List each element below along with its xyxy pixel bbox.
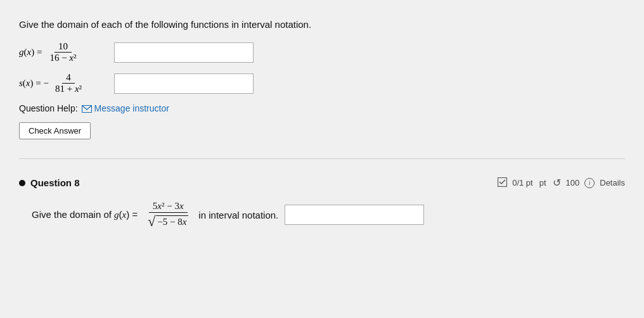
function2-answer-input[interactable] [114, 73, 254, 94]
question-8-meta: 0/1 pt pt ↺ 100 i Details [498, 177, 625, 189]
question-8-math-row: Give the domain of g(x) = 5x² − 3x √ −5 … [32, 200, 625, 229]
message-instructor-text: Message instructor [94, 103, 169, 113]
function2-row: s(x) = − 4 81 + x² [19, 72, 625, 94]
refresh-icon: ↺ [553, 177, 561, 189]
info-icon[interactable]: i [584, 178, 595, 188]
function2-label-text: s(x) = − [19, 78, 49, 89]
question-8-attempts: 100 [566, 178, 580, 188]
function2-numerator: 4 [62, 72, 75, 84]
sqrt-content: −5 − 8x [156, 215, 188, 227]
q8-fraction-numerator: 5x² − 3x [149, 200, 188, 213]
question-8-content: Give the domain of g(x) = 5x² − 3x √ −5 … [19, 200, 625, 229]
question-7-block: Give the domain of each of the following… [19, 13, 625, 152]
section-divider [19, 158, 625, 159]
check-answer-button[interactable]: Check Answer [19, 122, 91, 139]
function1-row: g(x) = 10 16 − x² [19, 41, 625, 63]
q8-fraction: 5x² − 3x √ −5 − 8x [144, 200, 192, 229]
bullet-icon [19, 180, 25, 186]
q8-answer-input[interactable] [285, 205, 424, 225]
function1-label-text: g(x) = [19, 47, 42, 58]
message-instructor-link[interactable]: Message instructor [82, 103, 169, 113]
q8-suffix: in interval notation. [198, 210, 278, 220]
q8-sqrt-wrapper: √ −5 − 8x [148, 214, 188, 228]
function1-answer-input[interactable] [114, 42, 254, 63]
question-8-header: Question 8 0/1 pt pt ↺ 100 i Details [19, 172, 625, 189]
score-separator: pt [539, 178, 546, 188]
function1-numerator: 10 [55, 41, 72, 53]
question-8-title: Question 8 [19, 177, 80, 188]
question-8-title-text: Question 8 [30, 177, 80, 188]
q8-instruction: Give the domain of g(x) = [32, 209, 138, 220]
question-help-row: Question Help: Message instructor [19, 103, 625, 113]
function1-label: g(x) = 10 16 − x² [19, 41, 108, 63]
details-label: Details [600, 178, 625, 188]
function1-denominator: 16 − x² [46, 53, 80, 63]
function2-denominator: 81 + x² [51, 84, 86, 94]
page: Give the domain of each of the following… [0, 0, 644, 255]
mail-icon [82, 105, 92, 112]
question-7-instruction: Give the domain of each of the following… [19, 19, 625, 30]
function2-label: s(x) = − 4 81 + x² [19, 72, 108, 94]
question-8-score: 0/1 pt [512, 178, 533, 188]
q8-fraction-denominator: √ −5 − 8x [144, 213, 192, 229]
help-label: Question Help: [19, 103, 78, 113]
sqrt-symbol: √ [148, 215, 155, 229]
question-8-block: Question 8 0/1 pt pt ↺ 100 i Details [19, 165, 625, 242]
checkbox-icon [498, 177, 507, 189]
